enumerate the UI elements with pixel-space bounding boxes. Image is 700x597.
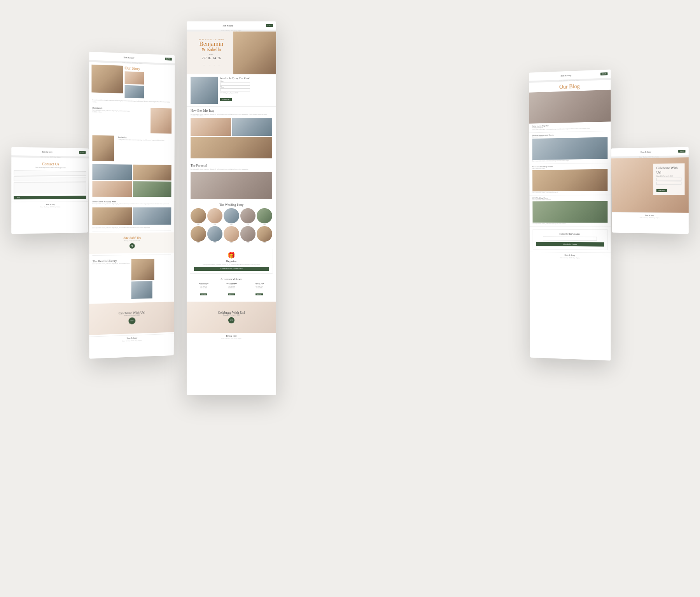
party-member-4: Name: [240, 208, 256, 225]
story-celebrate-btn[interactable]: RSVP: [129, 317, 136, 324]
party-avatar-10: [257, 226, 272, 242]
main-nav-logo: Ben & Izzy: [190, 25, 266, 27]
she-said-yes-icon: ♥: [130, 243, 135, 249]
rsvp-submit-btn[interactable]: RSVP NOW: [220, 98, 232, 101]
main-scene: Ben & Izzy RSVP Home · Our Story · RSVP …: [0, 0, 700, 597]
subscribe-email-field[interactable]: [543, 236, 597, 241]
blog-post-3: Celebrate Wedding Venues Lorem ipsum dol…: [529, 163, 611, 195]
rsvp-title: Join Us In Tying The Knot!: [220, 77, 250, 80]
hotel-1-btn[interactable]: Book Now: [200, 293, 207, 295]
how-met-photo2: [232, 118, 273, 136]
celebrate-name-field[interactable]: [656, 177, 682, 181]
rsvp-when-label: When:: [220, 81, 250, 82]
blog-post-4-photo: [532, 201, 607, 223]
contact-title: Contact Us: [14, 162, 86, 167]
she-said-yes-sub: Monday, January 11, Lorem Field: [92, 240, 171, 242]
party-member-3: Name: [224, 208, 239, 225]
party-member-7: Name: [207, 226, 223, 243]
contact-content: Contact Us Send us a message below to mi…: [11, 157, 89, 202]
celebrate-nav-btn[interactable]: RSVP: [678, 150, 685, 153]
blog-post-2: Modest Engagement Shoots Lorem ipsum dol…: [529, 131, 611, 164]
party-member-8: Name: [224, 226, 239, 243]
story-nav-logo: Ben & Izzy: [92, 55, 165, 60]
main-celebrate-rsvp-label: RSVP: [230, 320, 233, 321]
party-member-1: Name: [191, 208, 206, 225]
story-photo-6: [133, 207, 171, 225]
story-more-text: Lorem ipsum dolor sit amet, consectetur …: [89, 226, 174, 229]
celebrate-email-field[interactable]: [656, 181, 682, 184]
party-name-4: Name: [240, 224, 256, 225]
contact-nav-logo: Ben & Izzy: [14, 150, 79, 153]
rsvp-layout: Join Us In Tying The Knot! When: Where: …: [191, 77, 272, 104]
blog-nav-logo: Ben & Izzy: [532, 73, 600, 78]
contact-name-field[interactable]: [14, 170, 86, 176]
celebrate-submit-btn[interactable]: Submit RSVP: [656, 189, 667, 192]
proposal-section: The Proposal Lorem ipsum dolor sit amet,…: [187, 162, 276, 200]
contact-email-field[interactable]: [14, 176, 86, 181]
isabella-photo: [92, 135, 114, 161]
benjamin-section: Benjamin Lorem ipsum dolor sit amet, con…: [89, 105, 175, 135]
rsvp-when-field[interactable]: [220, 83, 250, 86]
story-met-section: How Ben & Izzy Met Lorem ipsum dolor sit…: [89, 198, 174, 206]
how-met-photo3: [191, 137, 272, 158]
subscribe-btn[interactable]: Subscribe For Updates: [536, 242, 604, 246]
main-celebrate-rsvp-btn[interactable]: RSVP: [228, 317, 234, 323]
blog-footer-links: Home · Our Story · RSVP · Blog · Registr…: [531, 256, 609, 259]
contact-subtitle: Send us a message below to mix us with a…: [14, 167, 86, 169]
blog-page-card: Ben & Izzy RSVP Home · Our Story · RSVP …: [529, 70, 611, 361]
subscribe-title: Subscribe for Updates: [536, 232, 604, 235]
main-celebrate-title: Celebrate With Us!: [218, 311, 245, 314]
how-met-photo1: [191, 118, 231, 136]
blog-nav-btn[interactable]: RSVP: [600, 72, 607, 76]
blog-footer-text: Ben & Izzy: [531, 253, 609, 256]
rsvp-where-field[interactable]: [220, 88, 250, 91]
hotel-3-detail: 123 Address StCity, State, Zip555-555-55…: [246, 284, 272, 289]
story-nav-btn[interactable]: RSVP: [165, 58, 172, 61]
contact-nav-btn[interactable]: RSVP: [79, 151, 86, 154]
party-name-9: Name: [240, 242, 256, 243]
contact-send-button[interactable]: Send: [14, 196, 86, 200]
main-footer: Ben & Izzy Home · Our Story · RSVP · Blo…: [187, 333, 276, 341]
blog-hero-photo: [529, 90, 611, 124]
story-small-photo2: [124, 85, 144, 98]
contact-page-card: Ben & Izzy RSVP Home · Our Story · RSVP …: [11, 147, 89, 234]
story-celebrate-overlay: Celebrate With Us! Please RSVP by Jan 31…: [89, 302, 174, 335]
hero-countdown: 277 Days 02 Hrs 14 Min 26 Sec: [202, 56, 220, 67]
accommodations-title: Accommodations: [191, 277, 272, 281]
hotel-1: Marriott Nyce 123 Address StCity, State,…: [191, 283, 217, 296]
story-footer: Ben & Izzy Home · Our Story · RSVP · Blo…: [89, 334, 174, 345]
wedding-party-title: The Wedding Party: [191, 203, 272, 207]
story-small-photo1: [125, 71, 144, 84]
story-divider1: [92, 230, 171, 231]
wedding-party-section: The Wedding Party Name Name Name Name: [187, 201, 276, 247]
how-met-photos: [191, 118, 272, 158]
hotel-3-btn[interactable]: Book Now: [256, 293, 263, 295]
registry-title: Registry: [194, 260, 269, 263]
registry-btn[interactable]: CONTINUE TO OUR GIFT REGISTRY: [194, 267, 269, 271]
blog-post-4: DIY Wedding Decor Lorem ipsum dolor sit …: [530, 195, 611, 227]
celebrate-footer: Ben & Izzy Home · Our Story · RSVP · Blo…: [612, 212, 689, 221]
wedding-party-grid: Name Name Name Name Name: [191, 208, 272, 243]
rsvp-section: Join Us In Tying The Knot! When: Where: …: [187, 74, 276, 107]
main-nav-rsvp-btn[interactable]: RSVP: [266, 24, 273, 27]
party-avatar-6: [191, 226, 206, 242]
party-avatar-7: [207, 226, 223, 242]
celebrate-card-sub: Please RSVP by Jun 21, 2023: [656, 175, 682, 177]
story-met-text: Lorem ipsum dolor sit amet, consectetur …: [92, 203, 171, 205]
contact-footer-text: Ben & Izzy: [13, 203, 87, 205]
celebrate-footer-links: Home · Our Story · RSVP · Blog · Registr…: [613, 217, 687, 219]
story-celebrate-sub: Please RSVP by Jan 31, 2023: [124, 314, 140, 316]
main-page-card: Ben & Izzy RSVP Home · Our Story · RSVP …: [187, 21, 276, 395]
contact-message-field[interactable]: [14, 183, 86, 194]
story-photo-5: [92, 207, 131, 225]
countdown-minutes: 14 Min: [213, 56, 216, 67]
celebrate-footer-text: Ben & Izzy: [613, 214, 687, 217]
hero-groom: Benjamin: [199, 40, 223, 47]
party-name-7: Name: [207, 242, 223, 243]
she-said-yes-title: She Said Yes: [92, 235, 171, 240]
party-member-5: Name: [257, 208, 272, 225]
celebrate-nav-logo: Ben & Izzy: [614, 150, 678, 154]
rest-history-section: The Rest Is History Lorem ipsum dolor si…: [89, 256, 174, 302]
blog-post-4-sub: Lorem ipsum dolor sit amet consectetur: [532, 198, 607, 200]
hotel-2-btn[interactable]: Book Now: [228, 293, 235, 295]
